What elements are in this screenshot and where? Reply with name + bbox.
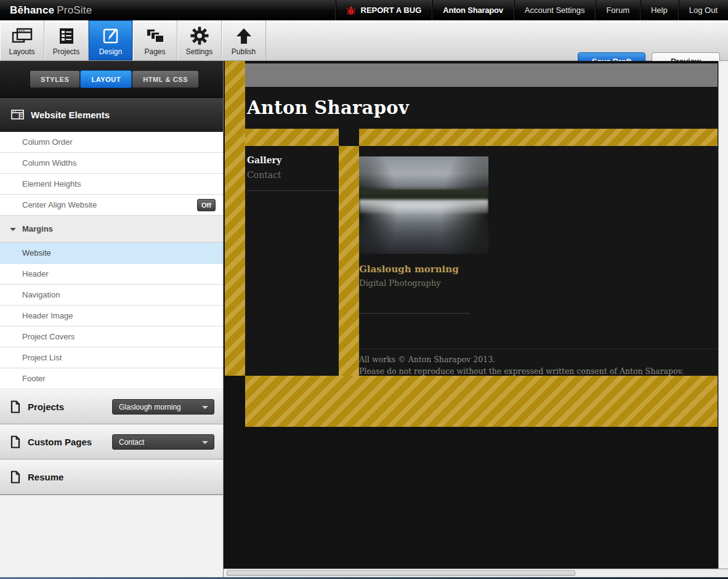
site-title: Anton Sharapov xyxy=(247,97,409,118)
publish-label: Publish xyxy=(232,47,256,56)
chevron-down-icon xyxy=(202,441,208,444)
pages-icon xyxy=(145,25,165,47)
publish-button[interactable]: Publish xyxy=(222,20,266,60)
section-resume[interactable]: Resume xyxy=(0,460,223,495)
section-projects[interactable]: Projects Glaslough morning xyxy=(0,389,223,424)
help-link[interactable]: Help xyxy=(640,0,678,20)
publish-arrow-icon xyxy=(235,25,253,47)
behance-prosite-logo[interactable]: BēhanceProSite xyxy=(0,4,92,17)
document-icon xyxy=(10,400,20,413)
prosite-editor-window: BēhanceProSite REPORT A BUG Anton Sharap… xyxy=(0,0,728,579)
element-center-align-website[interactable]: Center Align Website Off xyxy=(0,195,223,216)
projects-section-title: Projects xyxy=(28,402,64,412)
nav-link-contact[interactable]: Contact xyxy=(247,168,339,182)
account-settings-link[interactable]: Account Settings xyxy=(514,0,596,20)
margin-indicator-nav-right[interactable] xyxy=(359,129,718,146)
document-icon xyxy=(10,435,20,448)
margin-indicator-nav-left[interactable] xyxy=(245,129,339,146)
preview-top-gutter xyxy=(245,63,718,87)
resume-section-title: Resume xyxy=(28,472,63,482)
site-header[interactable]: Anton Sharapov xyxy=(245,87,718,129)
custom-pages-section-title: Custom Pages xyxy=(28,437,92,447)
margin-indicator-left[interactable] xyxy=(225,61,245,376)
sidebar-empty-area xyxy=(0,495,223,575)
margin-item-navigation[interactable]: Navigation xyxy=(0,285,223,306)
design-sidebar: STYLES LAYOUT HTML & CSS Website Element… xyxy=(0,61,224,577)
top-bar: BēhanceProSite REPORT A BUG Anton Sharap… xyxy=(0,0,728,20)
brand-behance: Bēhance xyxy=(10,4,54,16)
layouts-icon xyxy=(12,25,33,47)
projects-icon xyxy=(59,25,74,47)
report-a-bug-label: REPORT A BUG xyxy=(361,6,422,15)
panel-title: Website Elements xyxy=(31,110,110,120)
tab-styles[interactable]: STYLES xyxy=(30,70,80,88)
center-align-label: Center Align Website xyxy=(22,200,97,209)
element-column-widths[interactable]: Column Widths xyxy=(0,153,223,174)
design-button[interactable]: Design xyxy=(89,20,133,60)
report-a-bug-link[interactable]: REPORT A BUG xyxy=(335,0,432,20)
project-cover-image[interactable] xyxy=(359,156,488,254)
margin-item-project-covers[interactable]: Project Covers xyxy=(0,326,223,347)
user-menu[interactable]: Anton Sharapov xyxy=(432,0,514,20)
projects-dropdown[interactable]: Glaslough morning xyxy=(112,399,214,415)
custom-pages-dropdown-value: Contact xyxy=(119,438,144,447)
horizontal-scrollbar-thumb[interactable] xyxy=(227,570,575,576)
projects-label: Projects xyxy=(53,47,79,56)
website-elements-header: Website Elements xyxy=(0,98,223,132)
preview-horizontal-scrollbar[interactable] xyxy=(224,569,728,577)
brand-prosite: ProSite xyxy=(57,4,92,16)
project-category: Digital Photography xyxy=(359,278,718,288)
element-column-order[interactable]: Column Order xyxy=(0,132,223,153)
top-menu: REPORT A BUG Anton Sharapov Account Sett… xyxy=(335,0,728,20)
log-out-link[interactable]: Log Out xyxy=(678,0,728,20)
tab-layout[interactable]: LAYOUT xyxy=(80,70,132,88)
layouts-label: Layouts xyxy=(9,47,34,56)
margin-indicator-bottom[interactable] xyxy=(245,376,718,427)
bug-icon xyxy=(346,6,356,15)
settings-button[interactable]: Settings xyxy=(177,20,222,60)
projects-dropdown-value: Glaslough morning xyxy=(119,403,181,411)
margins-label: Margins xyxy=(22,224,53,233)
site-content: Glaslough morning Digital Photography Al… xyxy=(359,146,718,376)
website-preview-pane: Anton Sharapov Gallery Contact Glaslough… xyxy=(224,61,728,577)
forum-link[interactable]: Forum xyxy=(595,0,640,20)
project-title[interactable]: Glaslough morning xyxy=(359,264,718,275)
settings-label: Settings xyxy=(186,47,212,56)
website-elements-icon xyxy=(11,110,24,119)
chevron-down-icon xyxy=(202,406,208,409)
design-mode-tabs: STYLES LAYOUT HTML & CSS xyxy=(0,61,223,98)
margins-group-row[interactable]: Margins xyxy=(0,216,223,243)
photo-mist xyxy=(359,200,488,213)
projects-button[interactable]: Projects xyxy=(44,20,89,60)
chevron-down-icon xyxy=(10,228,16,231)
margin-indicator-middle[interactable] xyxy=(339,146,359,376)
design-icon xyxy=(102,25,119,47)
pages-label: Pages xyxy=(144,47,165,56)
pages-button[interactable]: Pages xyxy=(133,20,177,60)
website-elements-list: Column Order Column Widths Element Heigh… xyxy=(0,132,223,389)
design-label: Design xyxy=(99,47,122,56)
custom-pages-dropdown[interactable]: Contact xyxy=(112,434,214,450)
document-icon xyxy=(10,471,20,484)
preview-vertical-scrollbar[interactable] xyxy=(718,61,728,569)
margin-item-footer[interactable]: Footer xyxy=(0,368,223,389)
project-divider xyxy=(359,313,470,314)
nav-link-gallery[interactable]: Gallery xyxy=(247,153,339,168)
section-custom-pages[interactable]: Custom Pages Contact xyxy=(0,424,223,460)
editor-toolbar: Layouts Projects xyxy=(0,20,728,61)
margin-item-project-list[interactable]: Project List xyxy=(0,347,223,368)
layouts-button[interactable]: Layouts xyxy=(0,20,44,60)
tab-html-css[interactable]: HTML & CSS xyxy=(132,70,199,88)
margin-indicator-gap xyxy=(339,129,359,146)
footer-line1: All works © Anton Sharapov 2013. xyxy=(359,354,718,365)
margin-item-website[interactable]: Website xyxy=(0,243,223,264)
center-align-toggle[interactable]: Off xyxy=(197,199,216,211)
footer-divider xyxy=(359,349,718,349)
margin-item-header-image[interactable]: Header Image xyxy=(0,306,223,326)
settings-gear-icon xyxy=(190,25,209,47)
site-navigation: Gallery Contact xyxy=(245,146,339,376)
margin-item-header[interactable]: Header xyxy=(0,264,223,285)
element-heights[interactable]: Element Heights xyxy=(0,174,223,195)
nav-divider xyxy=(247,190,338,191)
